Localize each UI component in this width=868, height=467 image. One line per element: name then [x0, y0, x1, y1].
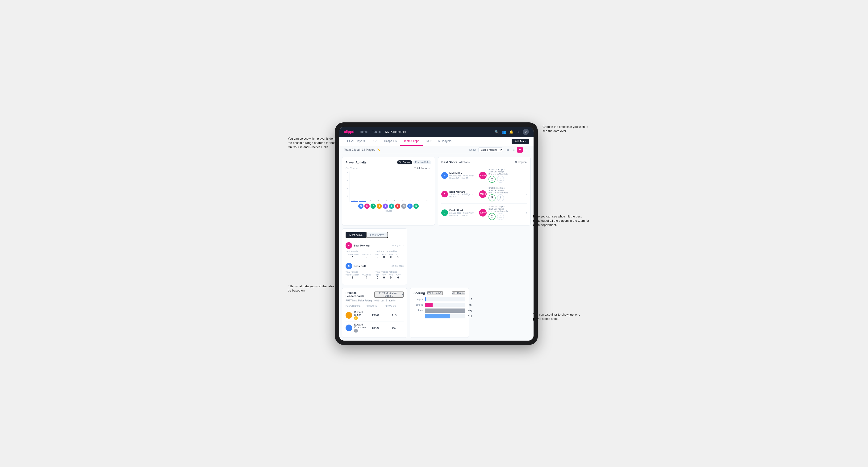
y-tick-0: 0	[346, 195, 348, 197]
player-avatar-3[interactable]: C	[377, 204, 382, 209]
least-active-tab[interactable]: Least Active	[366, 232, 388, 238]
bar-value-8: 2	[418, 200, 420, 201]
shot-player-name-1: Blair McHarg	[450, 190, 477, 193]
practice-pb-avg-0: 110	[385, 314, 404, 317]
practice-pb-score-0: 19/20	[366, 314, 385, 317]
annotation-middle-right: Here you can see who's hit the best shot…	[533, 214, 590, 227]
shot-start-0: Start Lie: Rough	[489, 170, 524, 173]
tab-tour[interactable]: Tour	[423, 137, 435, 146]
practice-rows: Richard Butler 1 19/20 110 Edward Crossm…	[346, 309, 404, 334]
player-avatar-4[interactable]: E	[383, 204, 388, 209]
add-team-button[interactable]: Add Team	[512, 139, 529, 144]
grid-view-btn[interactable]: ⊞	[505, 147, 510, 153]
tab-all-players[interactable]: All Players	[435, 137, 455, 146]
most-active-tab[interactable]: Most Active	[346, 232, 366, 238]
scoring-label-0: Eagles	[413, 298, 423, 301]
shot-details-1: Shot Dist: 43 yds Start Lie: Rough End L…	[489, 187, 524, 201]
shot-badge-2: 198SG	[479, 209, 487, 217]
list-view-btn[interactable]: ≡	[511, 147, 517, 153]
bottom-section: Practice Leaderboards PUTT Must Make Put…	[342, 228, 531, 338]
player-avatar-1[interactable]: B	[365, 204, 370, 209]
player-avatar-7[interactable]: M	[401, 204, 406, 209]
bell-icon[interactable]: 🔔	[509, 130, 513, 134]
add-icon[interactable]: ⊕	[517, 130, 519, 134]
bar-0: 13	[351, 200, 358, 202]
edit-icon[interactable]: ✏️	[377, 148, 380, 151]
rounds-values-0: Tournament 7 Practice 6	[346, 253, 374, 259]
tab-pga[interactable]: PGA	[368, 137, 381, 146]
timescale-select[interactable]: Last 3 months	[478, 148, 503, 152]
shot-stat1-0: 67yds	[489, 176, 496, 183]
scoring-filter1[interactable]: Par 3, 4 & 5s ▾	[427, 291, 443, 295]
player-avatar-5[interactable]: B	[389, 204, 394, 209]
bar-9: 2	[423, 200, 431, 202]
most-active-inner: Most Active Least Active B Blair McHarg …	[342, 228, 407, 285]
bar-value-4: 5	[386, 200, 387, 201]
active-player-info-0: B Blair McHarg	[346, 242, 370, 249]
shot-badge-1: 200SG	[479, 190, 487, 198]
all-players-filter[interactable]: All Players ▾	[515, 161, 527, 163]
shot-chevron-2[interactable]: ›	[526, 211, 527, 214]
shot-details-0: Shot Dist: 67 yds Start Lie: Rough End L…	[489, 168, 524, 183]
shot-item-2: D David Ford 24 Aug 2023 · Royal North D…	[441, 204, 527, 222]
arg-stat-1: ARG 0	[389, 274, 393, 279]
bar-value-9: 2	[427, 200, 427, 201]
user-avatar[interactable]: U	[523, 129, 529, 135]
player-activity-card: Player Activity On Course Practice Drill…	[342, 157, 435, 225]
practice-drills-toggle[interactable]: Practice Drills	[413, 160, 431, 164]
active-player-thumb-0: B	[346, 242, 352, 249]
on-course-toggle[interactable]: On Course	[397, 160, 412, 164]
active-player-name-1: Rees Britt	[353, 264, 366, 268]
nav-my-performance[interactable]: My Performance	[385, 130, 406, 133]
tab-pgat-players[interactable]: PGAT Players	[344, 137, 368, 146]
player-avatar-6[interactable]: B	[395, 204, 400, 209]
on-course-label: On Course	[346, 167, 358, 169]
player-avatar-9[interactable]: R	[413, 204, 418, 209]
scoring-filter2[interactable]: All Players ▾	[452, 291, 465, 295]
player-avatar-2[interactable]: F	[371, 204, 376, 209]
putt-stat-0: PUTT 1	[396, 253, 401, 259]
people-icon[interactable]: 👥	[502, 130, 506, 134]
scoring-bars: Eagles 3 Birdies 96 Pars 499 311	[413, 297, 465, 318]
shot-player-details-2: David Ford 24 Aug 2023 · Royal North Dev…	[450, 209, 477, 217]
shot-chevron-0[interactable]: ›	[526, 174, 527, 177]
shot-dist-0: Shot Dist: 67 yds	[489, 168, 524, 170]
nav-home[interactable]: Home	[360, 130, 368, 133]
on-course-section: On Course Total Rounds ▾	[346, 167, 431, 169]
scoring-value-3: 311	[468, 315, 472, 317]
shot-player-meta-1: 23 Jul 2023 · Ashridge GC · Hole 15	[450, 193, 477, 198]
shot-dist-1: Shot Dist: 43 yds	[489, 187, 524, 189]
active-stats-1: Total Rounds Tournament 8 Practice 4 Tot…	[346, 271, 404, 279]
scoring-fill-3	[425, 314, 450, 318]
tab-hcaps[interactable]: Hcaps 1-5	[381, 137, 400, 146]
all-shots-filter[interactable]: All Shots ▾	[459, 161, 470, 163]
player-avatar-0[interactable]: M	[358, 204, 364, 209]
y-tick-15: 15	[346, 172, 348, 174]
tournament-stat-0: Tournament 7	[346, 253, 359, 259]
scoring-bar-row-0: Eagles 3	[413, 297, 465, 302]
nav-teams[interactable]: Teams	[372, 130, 380, 133]
rounds-values-1: Tournament 8 Practice 4	[346, 274, 374, 279]
tab-team-clippd[interactable]: Team Clippd	[400, 137, 423, 146]
shot-player-meta-0: 09 Jun 2023 · Royal North Devon GC · Hol…	[450, 175, 477, 179]
total-rounds-select[interactable]: Total Rounds ▾	[414, 167, 431, 169]
shot-end-0: End Lie: In The Hole	[489, 173, 524, 175]
filter-view-btn[interactable]: ⊤	[523, 147, 529, 153]
activities-values-1: GTT 0 APP 0 ARG 0 PUTT 0	[375, 274, 404, 279]
shot-player-meta-2: 24 Aug 2023 · Royal North Devon GC · Hol…	[450, 212, 477, 217]
search-icon[interactable]: 🔍	[495, 130, 499, 134]
practice-title: Practice Leaderboards	[346, 291, 374, 298]
practice-leaderboards-card: Practice Leaderboards PUTT Must Make Put…	[342, 288, 407, 338]
scoring-fill-1	[425, 303, 433, 307]
practice-player-0: Richard Butler 1	[346, 311, 366, 320]
active-stats-0: Total Rounds Tournament 7 Practice 6 Tot…	[346, 250, 404, 259]
practice-stat-0: Practice 6	[362, 253, 371, 259]
shot-chevron-1[interactable]: ›	[526, 192, 527, 196]
player-avatar-8[interactable]: C	[407, 204, 412, 209]
card-view-btn[interactable]: ♥	[517, 147, 523, 153]
practice-filter-btn[interactable]: PUTT Must Make Putting... ▾	[374, 291, 404, 298]
practice-player-name-0: Richard Butler	[354, 311, 366, 316]
shot-details-2: Shot Dist: 16 yds Start Lie: Rough End L…	[489, 206, 524, 220]
scoring-label-2: Pars	[413, 309, 423, 312]
practice-player-info-0: Richard Butler 1	[354, 311, 366, 320]
